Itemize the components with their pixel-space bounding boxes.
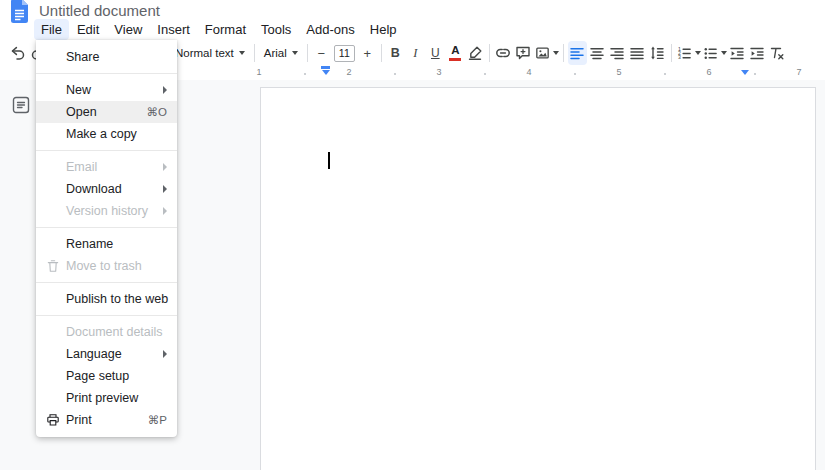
submenu-arrow-icon: [163, 207, 167, 215]
font-size-input[interactable]: 11: [334, 45, 355, 62]
ruler-mark: 4: [526, 67, 531, 77]
menubar: FileEditViewInsertFormatToolsAdd-onsHelp: [34, 19, 404, 40]
decrease-indent-button[interactable]: [728, 41, 747, 65]
menubar-item-insert[interactable]: Insert: [150, 19, 197, 40]
bulleted-list-button[interactable]: [702, 41, 727, 65]
document-page[interactable]: [260, 87, 816, 470]
document-title[interactable]: Untitled document: [39, 2, 160, 19]
menubar-item-edit[interactable]: Edit: [70, 19, 106, 40]
file-menu: ShareNewOpen⌘OMake a copyEmailDownloadVe…: [36, 40, 177, 437]
underline-button[interactable]: U: [426, 41, 445, 65]
menu-item-label: Rename: [66, 237, 167, 251]
menu-divider: [36, 150, 177, 151]
clear-formatting-button[interactable]: [768, 41, 787, 65]
ruler-tick: [574, 73, 576, 75]
insert-image-button[interactable]: [534, 41, 559, 65]
menu-item-label: Print: [66, 413, 140, 427]
increase-font-size-button[interactable]: +: [358, 41, 377, 65]
menubar-item-view[interactable]: View: [107, 19, 149, 40]
undo-icon: [9, 44, 27, 62]
file-menu-item-version-history[interactable]: Version history: [36, 200, 177, 222]
ruler-mark: 1: [256, 67, 261, 77]
line-spacing-icon: [648, 44, 666, 62]
numbered-list-icon: 1 2 3: [676, 44, 693, 62]
text-cursor: [328, 152, 330, 169]
align-left-button[interactable]: [568, 41, 587, 65]
right-indent-marker[interactable]: [741, 66, 749, 75]
chevron-down-icon: [292, 51, 298, 55]
align-right-button[interactable]: [608, 41, 627, 65]
align-center-button[interactable]: [588, 41, 607, 65]
decrease-font-size-button[interactable]: −: [312, 41, 331, 65]
ruler-tick: [394, 73, 396, 75]
menubar-item-file[interactable]: File: [34, 19, 69, 40]
docs-logo-icon[interactable]: [10, 0, 29, 23]
trash-icon: [46, 259, 66, 273]
menubar-item-format[interactable]: Format: [198, 19, 253, 40]
italic-button[interactable]: I: [406, 41, 425, 65]
file-menu-item-make-a-copy[interactable]: Make a copy: [36, 123, 177, 145]
menubar-item-tools[interactable]: Tools: [254, 19, 298, 40]
paragraph-style-selector[interactable]: Normal text: [170, 41, 250, 65]
text-color-button[interactable]: A: [446, 41, 465, 65]
menubar-item-add-ons[interactable]: Add-ons: [299, 19, 361, 40]
file-menu-item-email[interactable]: Email: [36, 156, 177, 178]
link-icon: [494, 44, 512, 62]
file-menu-item-print[interactable]: Print⌘P: [36, 409, 177, 431]
line-spacing-button[interactable]: [648, 41, 667, 65]
left-indent-triangle-icon: [322, 70, 330, 75]
menubar-item-help[interactable]: Help: [363, 19, 404, 40]
toolbar-separator: [307, 44, 308, 62]
menu-item-label: Version history: [66, 204, 155, 218]
bold-button[interactable]: B: [386, 41, 405, 65]
menu-item-label: New: [66, 83, 155, 97]
decrease-indent-icon: [728, 44, 746, 62]
menu-divider: [36, 315, 177, 316]
file-menu-item-rename[interactable]: Rename: [36, 233, 177, 255]
clear-formatting-icon: [768, 44, 786, 62]
menu-item-label: Page setup: [66, 369, 167, 383]
file-menu-item-new[interactable]: New: [36, 79, 177, 101]
menu-divider: [36, 227, 177, 228]
align-justify-button[interactable]: [628, 41, 647, 65]
file-menu-item-language[interactable]: Language: [36, 343, 177, 365]
image-icon: [534, 44, 551, 62]
increase-indent-button[interactable]: [748, 41, 767, 65]
align-right-icon: [608, 44, 626, 62]
left-indent-marker[interactable]: [321, 66, 330, 75]
paragraph-style-value: Normal text: [175, 47, 234, 59]
menu-item-label: Download: [66, 182, 155, 196]
first-line-indent-icon[interactable]: [321, 66, 330, 69]
align-left-icon: [568, 44, 586, 62]
show-outline-button[interactable]: [10, 94, 32, 119]
font-family-selector[interactable]: Arial: [259, 41, 303, 65]
highlight-color-button[interactable]: [466, 41, 485, 65]
file-menu-item-document-details[interactable]: Document details: [36, 321, 177, 343]
toolbar-separator: [563, 44, 564, 62]
google-docs-window: Untitled document FileEditViewInsertForm…: [0, 0, 825, 470]
undo-button[interactable]: [8, 41, 27, 65]
file-menu-item-page-setup[interactable]: Page setup: [36, 365, 177, 387]
submenu-arrow-icon: [163, 350, 167, 358]
ruler-mark: 2: [346, 67, 351, 77]
file-menu-item-print-preview[interactable]: Print preview: [36, 387, 177, 409]
insert-link-button[interactable]: [494, 41, 513, 65]
add-comment-button[interactable]: [514, 41, 533, 65]
ruler-mark: 7: [796, 67, 801, 77]
menu-item-label: Share: [66, 50, 167, 64]
chevron-down-icon: [239, 51, 245, 55]
file-menu-item-share[interactable]: Share: [36, 46, 177, 68]
file-menu-item-publish-to-the-web[interactable]: Publish to the web: [36, 288, 177, 310]
submenu-arrow-icon: [163, 86, 167, 94]
ruler-tick: [484, 73, 486, 75]
ruler-mark: 6: [706, 67, 711, 77]
file-menu-item-move-to-trash[interactable]: Move to trash: [36, 255, 177, 277]
svg-text:3: 3: [678, 54, 681, 60]
file-menu-item-open[interactable]: Open⌘O: [36, 101, 177, 123]
document-outline-icon: [12, 96, 30, 114]
file-menu-item-download[interactable]: Download: [36, 178, 177, 200]
ruler-mark: 5: [616, 67, 621, 77]
toolbar-separator: [381, 44, 382, 62]
numbered-list-button[interactable]: 1 2 3: [676, 41, 701, 65]
chevron-down-icon: [721, 51, 727, 55]
